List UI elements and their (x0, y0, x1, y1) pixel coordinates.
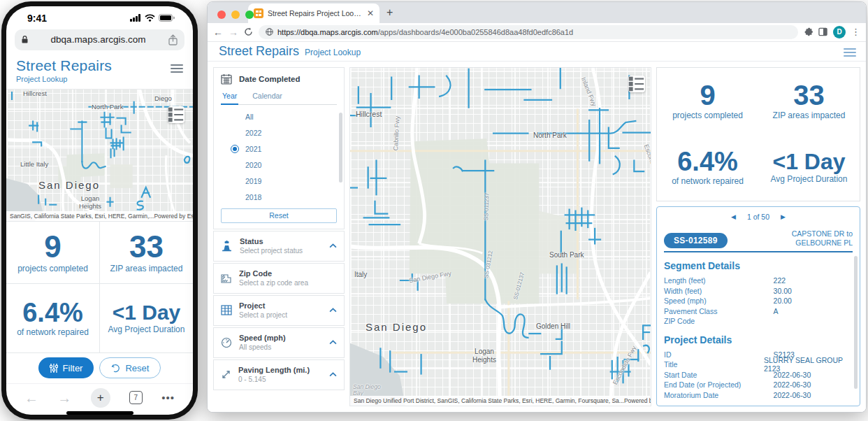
chevron-up-icon[interactable] (329, 372, 337, 377)
reload-icon[interactable] (244, 27, 253, 36)
tab-calendar[interactable]: Calendar (251, 92, 284, 104)
browser-forward-icon[interactable]: → (229, 27, 238, 37)
zip-filter-subtitle: Select a zip code area (239, 279, 337, 287)
date-reset-button[interactable]: Reset (221, 208, 337, 223)
window-controls (217, 10, 254, 19)
dashboard-title: Street Repairs (219, 44, 299, 59)
pager-next-icon[interactable]: ▶ (781, 213, 786, 220)
tabs-button[interactable]: 7 (129, 391, 143, 404)
map-attribution: San Diego Unified Port District, SanGIS,… (350, 396, 651, 406)
map-legend-button[interactable] (168, 106, 185, 123)
status-filter[interactable]: Status Select project status (213, 231, 345, 262)
wifi-icon (145, 14, 155, 22)
date-completed-filter: Date Completed Year Calendar All 2022 20… (213, 67, 345, 229)
zip-code-filter[interactable]: Zip Code Select a zip code area (213, 263, 345, 294)
dashboard-header: Street Repairs Project Lookup (208, 42, 866, 62)
stat-network-repaired: 6.4% of network repaired (6, 284, 99, 352)
dashboard-menu-icon[interactable] (844, 48, 856, 57)
new-tab-button[interactable]: + (386, 6, 393, 19)
filter-panel: Date Completed Year Calendar All 2022 20… (213, 67, 345, 406)
paving-filter-title: Paving Length (mi.) (238, 366, 322, 374)
project-filter-title: Project (239, 301, 322, 310)
detail-row: Pavement ClassA (664, 306, 853, 317)
minimize-window-button[interactable] (231, 10, 240, 19)
browser-menu-icon[interactable]: ⋮ (851, 27, 860, 37)
paving-length-filter[interactable]: Paving Length (mi.) 0 - 5.145 (213, 359, 345, 390)
detail-card-scrollbar[interactable] (854, 256, 858, 389)
globe-icon (266, 28, 273, 36)
dashboard: Street Repairs Project Lookup Date Compl… (208, 42, 866, 412)
browser-back-icon[interactable]: ← (213, 27, 223, 37)
app-subtitle: Project Lookup (16, 75, 183, 83)
reset-button[interactable]: Reset (99, 357, 161, 378)
cellular-signal-icon (130, 14, 141, 22)
forward-icon[interactable]: → (57, 391, 71, 405)
segment-detail-card: ◀ 1 of 50 ▶ SS-012589 CAPSTONE DR to GEL… (656, 206, 860, 406)
detail-row: Width (feet)30.00 (664, 286, 853, 297)
date-filter-header: Date Completed (221, 73, 337, 85)
tab-close-icon[interactable]: ✕ (367, 8, 374, 18)
profile-avatar[interactable]: D (833, 26, 846, 38)
undo-icon (111, 364, 120, 373)
year-option-2022[interactable]: 2022 (221, 125, 337, 141)
year-list-scrollbar[interactable] (339, 113, 342, 183)
year-option-2018[interactable]: 2018 (221, 190, 337, 206)
segment-location: CAPSTONE DR to GELBOURNE PL (792, 229, 853, 248)
filter-button[interactable]: Filter (38, 357, 94, 378)
dashboard-map[interactable]: Hillcrest Cabrillo Fwy Inland Fwy North … (349, 67, 651, 406)
stat-avg-duration: <1 Day Avg Project Duration (758, 134, 860, 201)
safari-toolbar: ← → + 7 ••• (6, 383, 193, 411)
radio-selected-icon[interactable] (231, 145, 239, 153)
detail-row: Moratorium Date2022-06-30 (664, 390, 853, 401)
status-filter-title: Status (240, 237, 322, 245)
detail-row: TitleSLURRY SEAL GROUP 2123 (664, 359, 853, 370)
clock: 9:41 (27, 13, 47, 24)
screenshot-stage: 9:41 dbqa.maps.arcgis.com Street Repairs… (0, 0, 868, 421)
phone-screen: 9:41 dbqa.maps.arcgis.com Street Repairs… (6, 6, 193, 415)
pager-prev-icon[interactable]: ◀ (731, 213, 736, 220)
url-text: dbqa.maps.arcgis.com (28, 34, 168, 45)
browser-tab[interactable]: Street Repairs Project Lookup ✕ (248, 3, 379, 23)
legend-list-icon (168, 106, 185, 123)
year-option-2021-selected[interactable]: 2021 (221, 141, 337, 157)
divider (664, 251, 853, 252)
chevron-up-icon[interactable] (329, 308, 337, 313)
stat-zip-areas: 33 ZIP areas impacted (758, 68, 860, 134)
chevron-up-icon[interactable] (329, 243, 337, 248)
status-filter-subtitle: Select project status (240, 247, 322, 255)
close-window-button[interactable] (217, 10, 226, 19)
status-icons (130, 14, 175, 22)
project-filter-subtitle: Select a project (239, 311, 322, 319)
map-attribution: SanGIS, California State Parks, Esri, HE… (6, 211, 193, 221)
menu-hamburger-icon[interactable] (171, 64, 183, 73)
home-indicator[interactable] (66, 411, 133, 415)
tab-year[interactable]: Year (221, 92, 238, 105)
zip-filter-title: Zip Code (239, 269, 337, 278)
chevron-up-icon[interactable] (329, 340, 337, 345)
year-option-2020[interactable]: 2020 (221, 157, 337, 173)
project-filter[interactable]: Project Select a project (213, 295, 345, 326)
plus-button[interactable]: + (91, 388, 110, 408)
back-icon[interactable]: ← (24, 391, 38, 405)
share-icon[interactable] (168, 34, 178, 45)
browser-window: Street Repairs Project Lookup ✕ + ← → ht… (207, 1, 867, 413)
side-panel-icon[interactable] (818, 27, 827, 36)
year-option-2019[interactable]: 2019 (221, 173, 337, 190)
home-indicator-area (6, 411, 193, 415)
detail-row: ZIP Code (664, 316, 853, 327)
zoom-window-button[interactable] (245, 10, 254, 19)
browser-tab-strip: Street Repairs Project Lookup ✕ + (208, 2, 866, 23)
sliders-icon (50, 364, 58, 373)
attribution-sources: SanGIS, California State Parks, Esri, HE… (10, 213, 154, 220)
speed-filter[interactable]: Speed (mph) All speeds (213, 327, 345, 358)
stat-network-repaired: 6.4% of network repaired (657, 134, 758, 201)
feature-pager: ◀ 1 of 50 ▶ (664, 213, 853, 221)
speed-filter-title: Speed (mph) (239, 334, 322, 342)
more-ellipsis-icon[interactable]: ••• (161, 392, 175, 404)
phone-map[interactable]: Hillcrest Diego North Park Little Italy … (6, 90, 193, 222)
address-bar[interactable]: https://dbqa.maps.arcgis.com/apps/dashbo… (259, 25, 798, 39)
map-legend-button[interactable] (628, 76, 645, 92)
year-option-all[interactable]: All (221, 109, 337, 125)
safari-address-bar[interactable]: dbqa.maps.arcgis.com (15, 29, 185, 50)
extensions-puzzle-icon[interactable] (804, 27, 813, 36)
